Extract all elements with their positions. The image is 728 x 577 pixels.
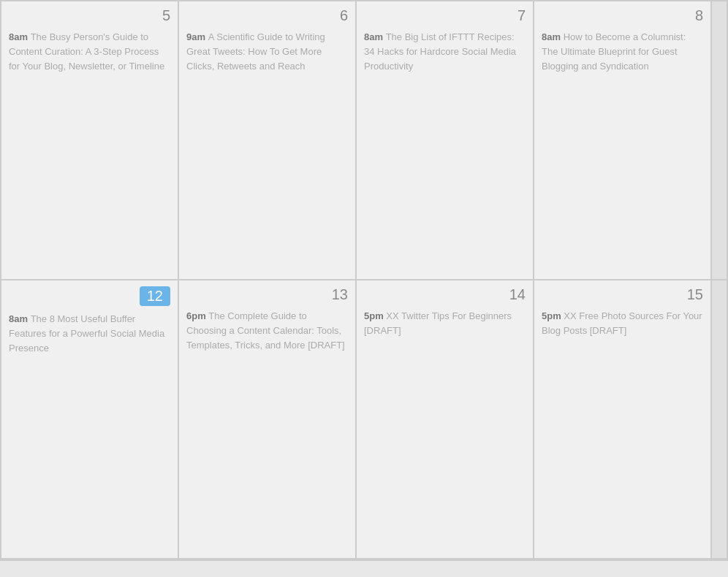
- day-number: 8: [695, 7, 703, 24]
- day-header: 5: [9, 7, 170, 24]
- event-title: The Complete Guide to Choosing a Content…: [186, 310, 345, 351]
- event[interactable]: 8am The 8 Most Useful Buffer Features fo…: [9, 312, 170, 356]
- day-header: 15: [542, 286, 703, 303]
- day-header: 12: [9, 286, 170, 306]
- calendar-cell-day15[interactable]: 155pm XX Free Photo Sources For Your Blo…: [534, 280, 710, 558]
- event[interactable]: 6pm The Complete Guide to Choosing a Con…: [186, 309, 348, 353]
- event-title: How to Become a Columnist: The Ultimate …: [542, 31, 686, 72]
- event-time: 9am: [186, 31, 208, 42]
- day-number: 13: [332, 286, 348, 303]
- event-title: XX Free Photo Sources For Your Blog Post…: [542, 310, 702, 336]
- event[interactable]: 5pm XX Free Photo Sources For Your Blog …: [542, 309, 703, 338]
- event[interactable]: 8am The Busy Person's Guide to Content C…: [9, 30, 170, 74]
- event-time: 6pm: [186, 310, 208, 321]
- calendar-cell-day7[interactable]: 78am The Big List of IFTTT Recipes: 34 H…: [357, 1, 533, 279]
- event-time: 8am: [364, 31, 386, 42]
- day-number: 6: [340, 7, 348, 24]
- calendar-cell-day5[interactable]: 58am The Busy Person's Guide to Content …: [1, 1, 178, 279]
- event-title: The Busy Person's Guide to Content Curat…: [9, 31, 164, 72]
- event-title: XX Twitter Tips For Beginners [DRAFT]: [364, 310, 512, 336]
- event[interactable]: 9am A Scientific Guide to Writing Great …: [186, 30, 348, 74]
- event-title: The Big List of IFTTT Recipes: 34 Hacks …: [364, 31, 516, 72]
- event-time: 5pm: [364, 310, 386, 321]
- event[interactable]: 8am How to Become a Columnist: The Ultim…: [542, 30, 703, 74]
- calendar-cell-day14[interactable]: 145pm XX Twitter Tips For Beginners [DRA…: [357, 280, 533, 558]
- week-row-week1: 58am The Busy Person's Guide to Content …: [1, 1, 727, 279]
- day-header: 13: [186, 286, 348, 303]
- week-row-week2: 128am The 8 Most Useful Buffer Features …: [1, 280, 727, 558]
- day-number: 14: [509, 286, 526, 303]
- day-number-active[interactable]: 12: [140, 286, 170, 306]
- event-time: 8am: [9, 313, 31, 324]
- event-time: 8am: [9, 31, 31, 42]
- calendar-cell-day13[interactable]: 136pm The Complete Guide to Choosing a C…: [179, 280, 355, 558]
- day-number: 15: [687, 286, 703, 303]
- day-header: 8: [542, 7, 703, 24]
- event-time: 5pm: [542, 310, 564, 321]
- event[interactable]: 8am The Big List of IFTTT Recipes: 34 Ha…: [364, 30, 526, 74]
- event-title: The 8 Most Useful Buffer Features for a …: [9, 313, 164, 354]
- day-number: 7: [517, 7, 526, 24]
- day-header: 7: [364, 7, 526, 24]
- event-time: 8am: [542, 31, 564, 42]
- calendar-cell-day12[interactable]: 128am The 8 Most Useful Buffer Features …: [1, 280, 178, 558]
- day-number: 5: [162, 7, 170, 24]
- scroll-column: [712, 280, 727, 558]
- day-header: 6: [186, 7, 348, 24]
- calendar-cell-day6[interactable]: 69am A Scientific Guide to Writing Great…: [179, 1, 355, 279]
- calendar-container: 58am The Busy Person's Guide to Content …: [0, 0, 728, 561]
- event[interactable]: 5pm XX Twitter Tips For Beginners [DRAFT…: [364, 309, 526, 338]
- scroll-column: [712, 1, 727, 279]
- calendar-cell-day8[interactable]: 88am How to Become a Columnist: The Ulti…: [534, 1, 710, 279]
- day-header: 14: [364, 286, 526, 303]
